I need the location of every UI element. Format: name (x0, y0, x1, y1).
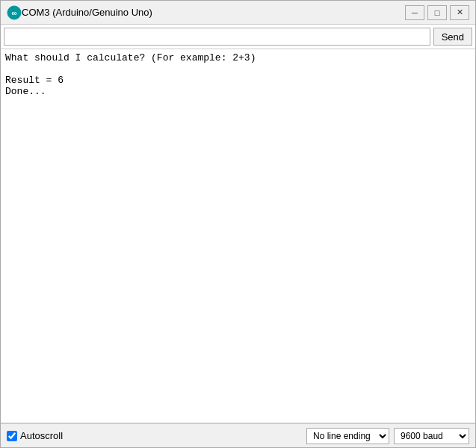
serial-output: What should I calculate? (For example: 2… (1, 49, 475, 423)
title-bar: ∞ COM3 (Arduino/Genuino Uno) ─ □ ✕ (1, 1, 475, 25)
main-window: ∞ COM3 (Arduino/Genuino Uno) ─ □ ✕ Send … (0, 0, 476, 448)
autoscroll-text: Autoscroll (20, 430, 63, 441)
line-ending-dropdown[interactable]: No line endingNewlineCarriage returnBoth… (306, 428, 389, 444)
arduino-logo-icon: ∞ (7, 5, 22, 20)
window-controls: ─ □ ✕ (405, 5, 469, 20)
send-button[interactable]: Send (433, 28, 472, 46)
baud-rate-dropdown[interactable]: 300 baud1200 baud2400 baud4800 baud9600 … (394, 428, 469, 444)
status-bar: Autoscroll No line endingNewlineCarriage… (1, 423, 475, 447)
close-button[interactable]: ✕ (450, 5, 469, 20)
svg-text:∞: ∞ (11, 9, 16, 17)
dropdown-group: No line endingNewlineCarriage returnBoth… (306, 428, 469, 444)
autoscroll-checkbox[interactable] (7, 431, 17, 441)
serial-input[interactable] (4, 28, 430, 46)
toolbar: Send (1, 25, 475, 49)
window-title: COM3 (Arduino/Genuino Uno) (22, 7, 405, 18)
autoscroll-label: Autoscroll (7, 430, 63, 441)
maximize-button[interactable]: □ (427, 5, 447, 20)
minimize-button[interactable]: ─ (405, 5, 424, 20)
